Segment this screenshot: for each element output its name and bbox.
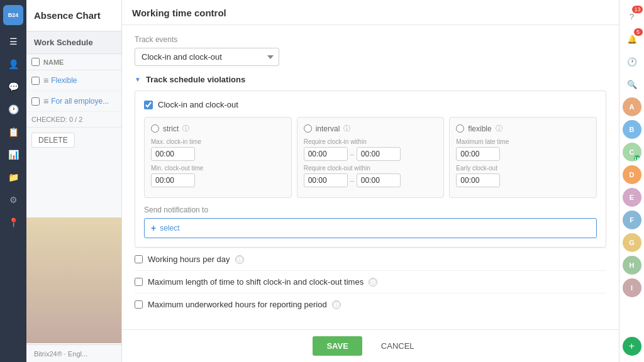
- avatar-4[interactable]: D: [623, 165, 641, 184]
- track-violations-label: Track schedule violations: [146, 75, 245, 84]
- clock-in-from-input[interactable]: [304, 147, 348, 161]
- toggle-arrow-icon: ▼: [135, 76, 141, 83]
- table-row[interactable]: ≡ Flexible: [26, 70, 121, 91]
- max-underworked-row: Maximum underworked hours for reporting …: [135, 293, 606, 315]
- bottom-bar: Bitrix24® · Engl...: [26, 344, 121, 362]
- select-all-checkbox[interactable]: [31, 58, 40, 66]
- name-column-header: NAME: [43, 58, 64, 66]
- clock-out-to-input[interactable]: [357, 173, 401, 187]
- max-late-label: Maximum late time: [456, 138, 590, 145]
- max-shift-label[interactable]: Maximum length of time to shift clock-in…: [148, 277, 364, 287]
- flexible-radio[interactable]: [456, 124, 464, 133]
- notify-select-label: select: [160, 224, 179, 233]
- bell-icon: 🔔: [627, 35, 637, 44]
- notify-select-tag[interactable]: + select: [144, 218, 597, 238]
- sidebar-icon-files[interactable]: 📁: [3, 167, 23, 187]
- app-logo[interactable]: B24: [3, 5, 23, 25]
- min-clock-out-label: Min. clock-out time: [151, 165, 285, 172]
- track-violations-content: Clock-in and clock-out strict ⓘ Max. clo…: [135, 90, 606, 248]
- avatar-9[interactable]: I: [623, 278, 641, 297]
- sidebar-icon-tasks[interactable]: 📋: [3, 122, 23, 142]
- require-clock-out-label: Require clock-out within: [304, 165, 438, 172]
- sidebar-icon-menu[interactable]: ☰: [3, 31, 23, 52]
- max-underworked-checkbox[interactable]: [135, 300, 143, 309]
- notification-icon[interactable]: 🔔 5: [623, 30, 641, 48]
- sidebar-left: B24 ☰ 👤 💬 🕐 📋 📊 📁 ⚙ 📍: [0, 0, 26, 362]
- row-name-flexible[interactable]: Flexible: [51, 76, 77, 85]
- help-badge: 13: [632, 6, 642, 13]
- avatar-2[interactable]: B: [623, 120, 641, 139]
- track-events-select[interactable]: Clock-in and clock-out Clock-in only Clo…: [135, 48, 279, 66]
- save-button[interactable]: SAVE: [313, 336, 362, 356]
- question-mark-icon: ?: [630, 12, 634, 21]
- avatar-8[interactable]: H: [623, 256, 641, 275]
- row-checkbox-2[interactable]: [31, 97, 40, 106]
- interval-mode-card: interval ⓘ Require clock-in within –: [297, 117, 445, 198]
- require-clock-in-label: Require clock-in within: [304, 138, 438, 145]
- interval-label: interval: [316, 124, 340, 133]
- notification-badge: 5: [634, 28, 643, 36]
- range-separator-2: –: [350, 177, 354, 184]
- help-icon[interactable]: ? 13: [623, 7, 641, 26]
- sidebar-icon-time[interactable]: 🕐: [3, 99, 23, 119]
- main-panel: Absence Chart Work Schedule NAME ≡ Flexi…: [26, 0, 122, 362]
- checked-count: CHECKED: 0 / 2: [26, 112, 121, 128]
- max-clock-in-input[interactable]: [151, 147, 195, 161]
- working-hours-info-icon: ⓘ: [235, 255, 244, 264]
- avatar-7[interactable]: G: [623, 233, 641, 252]
- sidebar-right: ? 13 🔔 5 🕐 🔍 A B C 18 D E F G H I +: [619, 0, 644, 362]
- clock-in-out-checkbox[interactable]: [144, 101, 153, 109]
- cancel-button[interactable]: CANCEL: [367, 336, 428, 356]
- strict-info-icon: ⓘ: [182, 124, 189, 133]
- add-button[interactable]: +: [623, 337, 641, 356]
- max-underworked-label[interactable]: Maximum underworked hours for reporting …: [148, 300, 327, 309]
- search-icon[interactable]: 🔍: [623, 75, 641, 94]
- interval-radio[interactable]: [304, 124, 312, 133]
- avatar-5[interactable]: E: [623, 188, 641, 207]
- dialog-content: Track events Clock-in and clock-out Cloc…: [122, 25, 619, 329]
- avatar-1[interactable]: A: [623, 97, 641, 116]
- sidebar-icon-chat[interactable]: 💬: [3, 77, 23, 97]
- dialog: Working time control Track events Clock-…: [122, 0, 619, 362]
- clock-out-from-input[interactable]: [304, 173, 348, 187]
- strict-radio[interactable]: [151, 124, 159, 133]
- mode-cards: strict ⓘ Max. clock-in time Min. clock-o…: [144, 117, 597, 198]
- max-shift-info-icon: ⓘ: [369, 278, 377, 287]
- sidebar-icon-settings[interactable]: ⚙: [3, 190, 23, 210]
- history-icon[interactable]: 🕐: [623, 52, 641, 71]
- dialog-title: Working time control: [122, 0, 619, 25]
- sidebar-icon-profile[interactable]: 👤: [3, 54, 23, 74]
- working-hours-checkbox[interactable]: [135, 255, 143, 263]
- avatar-3[interactable]: C 18: [623, 143, 641, 162]
- flexible-label: flexible: [468, 124, 491, 133]
- working-hours-row: Working hours per day ⓘ: [135, 248, 606, 270]
- early-clock-out-input[interactable]: [456, 173, 500, 187]
- max-shift-checkbox[interactable]: [135, 278, 143, 286]
- sidebar-icon-reports[interactable]: 📊: [3, 145, 23, 165]
- clock-in-out-checkbox-label[interactable]: Clock-in and clock-out: [158, 100, 238, 109]
- table-row[interactable]: ≡ For all employe...: [26, 91, 121, 112]
- interval-info-icon: ⓘ: [343, 124, 350, 133]
- sidebar-icon-location[interactable]: 📍: [3, 212, 23, 233]
- max-late-input[interactable]: [456, 147, 500, 161]
- notify-label: Send notification to: [144, 206, 597, 214]
- dialog-footer: SAVE CANCEL: [122, 329, 619, 362]
- avatar-6[interactable]: F: [623, 211, 641, 229]
- track-violations-toggle[interactable]: ▼ Track schedule violations: [135, 75, 606, 84]
- flexible-info-icon: ⓘ: [496, 124, 502, 133]
- working-hours-label[interactable]: Working hours per day: [148, 255, 230, 264]
- row-name-all-employees[interactable]: For all employe...: [51, 97, 109, 106]
- clock-in-to-input[interactable]: [357, 147, 401, 161]
- notify-section: Send notification to + select: [144, 206, 597, 238]
- flexible-mode-card: flexible ⓘ Maximum late time Early clock…: [449, 117, 597, 198]
- row-checkbox-1[interactable]: [31, 77, 40, 85]
- delete-button[interactable]: DELETE: [31, 133, 75, 148]
- track-events-label: Track events: [135, 35, 606, 44]
- min-clock-out-input[interactable]: [151, 173, 195, 187]
- max-shift-row: Maximum length of time to shift clock-in…: [135, 270, 606, 293]
- clock-in-out-checkbox-row: Clock-in and clock-out: [144, 100, 597, 109]
- dialog-overlay: Working time control Track events Clock-…: [122, 0, 619, 362]
- table-header: NAME: [26, 54, 121, 70]
- panel-title: Absence Chart: [26, 0, 121, 31]
- max-underworked-info-icon: ⓘ: [332, 300, 341, 309]
